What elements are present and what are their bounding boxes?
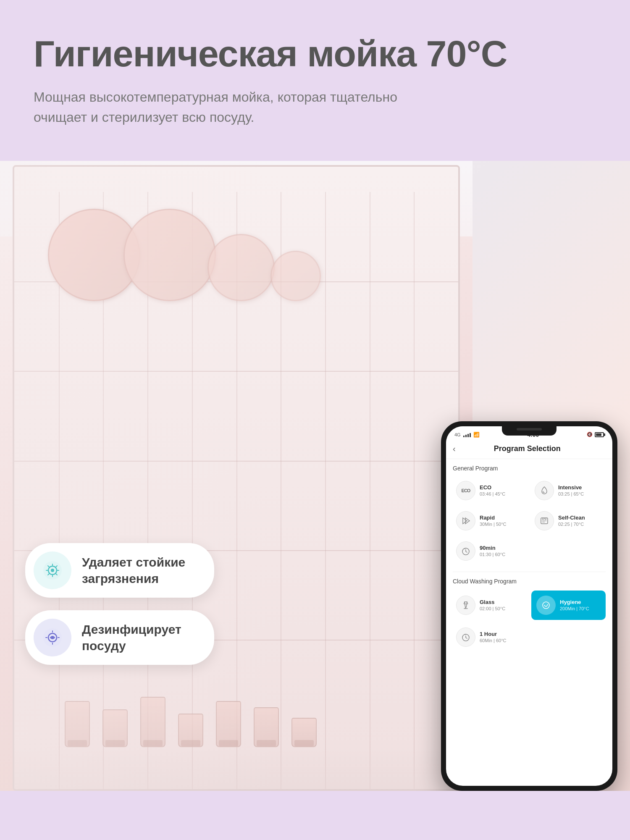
- program-item-self-clean[interactable]: Self-Clean 02:25 | 70°C: [531, 508, 606, 534]
- self-clean-info: Self-Clean 02:25 | 70°C: [558, 514, 585, 527]
- intensive-name: Intensive: [558, 484, 584, 491]
- general-program-label: General Program: [453, 465, 606, 472]
- page-wrapper: Гигиеническая мойка 70°С Мощная высокоте…: [0, 0, 630, 840]
- glass-info: Glass 02:00 | 50°C: [480, 599, 505, 611]
- badge-icon-virus: [34, 551, 71, 589]
- signal-bars: [463, 432, 471, 437]
- main-title: Гигиеническая мойка 70°С: [34, 34, 596, 74]
- dish-rack: [0, 161, 472, 791]
- 1hour-info: 1 Hour 60Min | 60°C: [480, 631, 507, 643]
- status-right: 🔇: [587, 432, 604, 437]
- phone-mockup: 4G 📶 4:00 🔇: [441, 421, 617, 791]
- svg-point-23: [543, 602, 549, 609]
- glass-7: [291, 718, 317, 747]
- glass-5: [216, 701, 241, 747]
- svg-text:1h: 1h: [465, 633, 466, 635]
- svg-point-2: [51, 569, 54, 572]
- phone-speaker: [517, 428, 542, 430]
- glass-2: [102, 709, 128, 747]
- 90min-icon: 90': [456, 541, 475, 561]
- self-clean-details: 02:25 | 70°C: [558, 522, 585, 527]
- program-item-intensive[interactable]: Intensive 03:25 | 65°C: [531, 478, 606, 504]
- status-signal-text: 4G: [454, 432, 461, 437]
- program-item-eco[interactable]: ECO ECO 03:46 | 45°C: [453, 478, 527, 504]
- glasses-area: [65, 697, 317, 747]
- signal-bar-4: [470, 433, 471, 437]
- eco-details: 03:46 | 45°C: [480, 491, 505, 496]
- phone-frame: 4G 📶 4:00 🔇: [441, 421, 617, 791]
- rapid-details: 30Min | 50°C: [480, 522, 507, 527]
- intensive-icon: [535, 481, 554, 500]
- mute-icon: 🔇: [587, 432, 593, 437]
- cloud-program-label: Cloud Washing Program: [453, 578, 606, 585]
- rapid-name: Rapid: [480, 514, 507, 521]
- self-clean-icon: [535, 511, 554, 530]
- plate-medium: [207, 234, 275, 301]
- plate-small: [270, 251, 321, 301]
- header-section: Гигиеническая мойка 70°С Мощная высокоте…: [0, 0, 630, 144]
- 1hour-name: 1 Hour: [480, 631, 507, 637]
- 1hour-details: 60Min | 60°C: [480, 638, 507, 643]
- plates-area: [48, 209, 321, 301]
- glass-1: [65, 701, 90, 747]
- glass-details: 02:00 | 50°C: [480, 606, 505, 611]
- rapid-info: Rapid 30Min | 50°C: [480, 514, 507, 527]
- glass-icon: [456, 596, 475, 615]
- glass-3: [140, 697, 165, 747]
- hygiene-name: Hygiene: [560, 599, 589, 605]
- signal-bar-1: [463, 436, 465, 437]
- eco-icon: ECO: [456, 481, 475, 500]
- 90min-name: 90min: [480, 545, 505, 551]
- plate-large-2: [123, 209, 216, 301]
- back-button[interactable]: ‹: [453, 444, 456, 454]
- intensive-info: Intensive 03:25 | 65°C: [558, 484, 584, 496]
- general-program-grid: ECO ECO 03:46 | 45°C: [453, 478, 606, 564]
- battery-fill: [596, 433, 601, 436]
- dishwasher-bottom: [14, 747, 458, 789]
- dishwasher-section: Удаляет стойкиезагрязнения: [0, 161, 630, 791]
- 1hour-icon: 1h: [456, 627, 475, 647]
- hygiene-info: Hygiene 200Min | 70°C: [560, 599, 589, 611]
- intensive-details: 03:25 | 65°C: [558, 491, 584, 496]
- badge-disinfects-text: Дезинфицирует посуду: [82, 621, 197, 654]
- program-item-90min[interactable]: 90' 90min 01:30 | 60°C: [453, 538, 527, 564]
- wifi-icon: 📶: [473, 432, 480, 438]
- glass-name: Glass: [480, 599, 505, 605]
- 90min-details: 01:30 | 60°C: [480, 552, 505, 557]
- battery-icon: [595, 432, 604, 437]
- hygiene-details: 200Min | 70°C: [560, 606, 589, 611]
- signal-bar-2: [465, 435, 467, 437]
- cloud-program-grid: Glass 02:00 | 50°C: [453, 591, 606, 650]
- program-item-glass[interactable]: Glass 02:00 | 50°C: [453, 591, 527, 620]
- badge-disinfects: Дезинфицирует посуду: [25, 610, 214, 665]
- badge-container: Удаляет стойкиезагрязнения: [25, 543, 214, 665]
- eco-name: ECO: [480, 484, 505, 491]
- divider: [453, 572, 606, 572]
- phone-title: Program Selection: [461, 444, 594, 453]
- svg-text:90': 90': [464, 548, 466, 550]
- phone-screen: 4G 📶 4:00 🔇: [446, 426, 612, 786]
- glass-6: [254, 707, 279, 747]
- phone-header[interactable]: ‹ Program Selection: [446, 441, 612, 459]
- phone-content[interactable]: General Program ECO ECO 03:46 | 45°C: [446, 459, 612, 785]
- signal-bar-3: [467, 434, 469, 437]
- badge-removes-stains-text: Удаляет стойкиезагрязнения: [82, 554, 185, 587]
- glass-4: [178, 714, 203, 747]
- subtitle: Мощная высокотемпературная мойка, котора…: [34, 87, 412, 127]
- badge-icon-disinfect: [34, 619, 71, 656]
- 90min-info: 90min 01:30 | 60°C: [480, 545, 505, 557]
- program-item-1hour[interactable]: 1h 1 Hour 60Min | 60°C: [453, 624, 527, 650]
- program-item-rapid[interactable]: Rapid 30Min | 50°C: [453, 508, 527, 534]
- badge-removes-stains: Удаляет стойкиезагрязнения: [25, 543, 214, 598]
- rack-line-v: [370, 192, 370, 789]
- hygiene-icon: [536, 596, 556, 615]
- rapid-icon: [456, 511, 475, 530]
- self-clean-name: Self-Clean: [558, 514, 585, 521]
- eco-info: ECO 03:46 | 45°C: [480, 484, 505, 496]
- svg-point-13: [51, 636, 54, 639]
- rack-line-v: [325, 192, 326, 789]
- program-item-hygiene[interactable]: Hygiene 200Min | 70°C: [531, 591, 606, 620]
- rack-line-v: [414, 192, 415, 789]
- dishwasher-frame: [13, 165, 460, 791]
